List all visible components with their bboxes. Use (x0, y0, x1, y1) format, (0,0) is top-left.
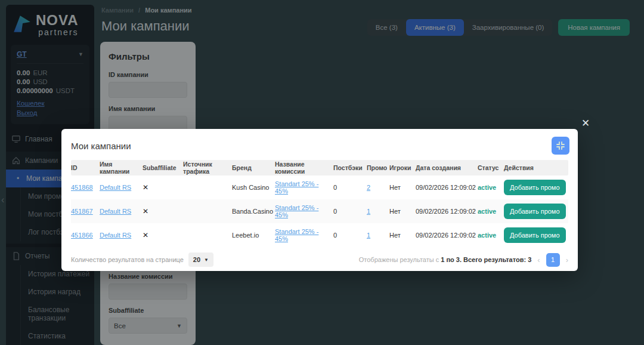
col-created-date: Дата создания (416, 164, 478, 171)
created-date-cell: 09/02/2026 12:09:02 (416, 208, 478, 215)
my-campaigns-modal: Мои кампании ID Имя кампании Subaffiliat… (61, 129, 578, 271)
pagination-next-icon[interactable]: › (566, 255, 568, 264)
table-row: 451868 Default RS ✕ Kush Casino Standart… (71, 175, 568, 199)
table-row: 451867 Default RS ✕ Banda.Casino Standar… (71, 199, 568, 223)
promo-count-link[interactable]: 2 (367, 184, 370, 191)
col-players: Игроки (389, 164, 416, 171)
col-traffic-source: Источник трафика (183, 161, 232, 175)
commission-link[interactable]: Standart 25% - 45% (275, 180, 318, 195)
table-header-row: ID Имя кампании Subaffiliate Источник тр… (71, 160, 568, 175)
campaign-id-link[interactable]: 451867 (71, 208, 93, 215)
col-promo: Промо (367, 164, 389, 171)
postbacks-cell: 0 (333, 184, 367, 191)
col-commission-name: Название комиссии (275, 161, 333, 175)
pagination-prev-icon[interactable]: ‹ (537, 255, 540, 264)
players-cell: Нет (389, 208, 416, 215)
brand-cell: Kush Casino (232, 184, 275, 191)
add-promo-button[interactable]: Добавить промо (504, 204, 566, 219)
col-actions: Действия (504, 164, 568, 171)
col-campaign-name: Имя кампании (100, 161, 143, 175)
col-postbacks: Постбэки (333, 164, 367, 171)
modal-title: Мои кампании (71, 141, 131, 151)
no-subaffiliate-x-icon: ✕ (143, 183, 148, 192)
campaigns-table: ID Имя кампании Subaffiliate Источник тр… (71, 160, 568, 247)
players-cell: Нет (389, 184, 416, 191)
no-subaffiliate-x-icon: ✕ (143, 207, 148, 215)
per-page-label: Количество результатов на странице (71, 256, 184, 263)
status-badge: active (478, 184, 496, 191)
brand-cell: Leebet.io (232, 232, 275, 239)
promo-count-link[interactable]: 1 (367, 232, 370, 239)
table-row: 451866 Default RS ✕ Leebet.io Standart 2… (71, 223, 568, 247)
add-promo-button[interactable]: Добавить промо (504, 227, 566, 243)
results-summary-counts: 1 по 3. Всего результатов: 3 (441, 256, 531, 263)
created-date-cell: 09/02/2026 12:09:02 (416, 232, 478, 239)
chevron-down-icon: ▼ (204, 257, 209, 263)
promo-count-link[interactable]: 1 (367, 208, 370, 215)
campaign-id-link[interactable]: 451868 (71, 184, 93, 191)
col-subaffiliate: Subaffiliate (143, 164, 183, 171)
campaign-name-link[interactable]: Default RS (100, 184, 131, 191)
results-summary-prefix: Отображены результаты с (359, 256, 441, 263)
brand-cell: Banda.Casino (232, 208, 275, 215)
collapse-modal-button[interactable] (552, 137, 569, 155)
per-page-select[interactable]: 20 ▼ (188, 252, 213, 267)
campaign-name-link[interactable]: Default RS (100, 208, 131, 215)
col-status: Статус (478, 164, 504, 171)
postbacks-cell: 0 (333, 232, 367, 239)
postbacks-cell: 0 (333, 208, 367, 215)
results-summary: Отображены результаты с 1 по 3. Всего ре… (359, 256, 532, 263)
players-cell: Нет (389, 232, 416, 239)
per-page-value: 20 (193, 256, 200, 263)
campaign-id-link[interactable]: 451866 (71, 232, 93, 239)
status-badge: active (478, 232, 496, 239)
compress-icon (556, 141, 565, 150)
col-id: ID (71, 164, 100, 171)
pagination-page-1-button[interactable]: 1 (546, 253, 560, 267)
modal-close-icon[interactable]: ✕ (581, 117, 590, 130)
commission-link[interactable]: Standart 25% - 45% (275, 228, 318, 242)
status-badge: active (478, 208, 496, 215)
col-brand: Бренд (232, 164, 275, 171)
add-promo-button[interactable]: Добавить промо (504, 180, 566, 195)
no-subaffiliate-x-icon: ✕ (143, 231, 148, 239)
commission-link[interactable]: Standart 25% - 45% (275, 204, 318, 218)
created-date-cell: 09/02/2026 12:09:02 (416, 184, 478, 191)
table-footer: Количество результатов на странице 20 ▼ … (61, 247, 578, 272)
campaign-name-link[interactable]: Default RS (100, 232, 131, 239)
